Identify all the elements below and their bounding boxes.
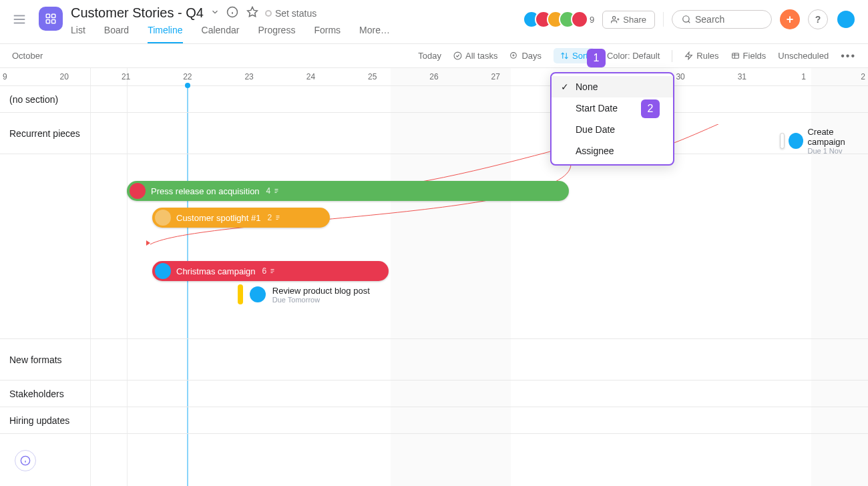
date-cell: 20 xyxy=(33,68,95,85)
more-icon[interactable]: ••• xyxy=(841,50,856,62)
avatar xyxy=(571,11,588,28)
sort-dropdown: ✓ None Start Date Due Date Assignee xyxy=(550,72,674,166)
date-cell-today: 22 xyxy=(157,68,218,85)
check-circle-icon xyxy=(453,51,462,60)
date-cell: 23 xyxy=(218,68,280,85)
tab-calendar[interactable]: Calendar xyxy=(202,25,240,43)
status-label: Set status xyxy=(275,8,316,19)
user-avatar[interactable] xyxy=(836,9,856,29)
section-hiring[interactable]: Hiring updates xyxy=(0,407,868,434)
svg-marker-10 xyxy=(247,7,257,16)
divider xyxy=(672,50,672,62)
avatar-count: 9 xyxy=(590,15,594,25)
svg-point-11 xyxy=(613,16,616,19)
svg-point-14 xyxy=(683,16,689,22)
task-title: Press release on acquisition xyxy=(151,186,260,196)
tab-forms[interactable]: Forms xyxy=(314,25,341,43)
sort-option-due-date[interactable]: Due Date xyxy=(552,119,673,140)
date-cell: 2 xyxy=(835,68,868,85)
section-tasks-area: Press release on acquisition 4 Customer … xyxy=(0,154,868,339)
tab-timeline[interactable]: Timeline xyxy=(148,25,182,43)
member-avatars[interactable]: 9 xyxy=(523,11,594,28)
date-cell: 26 xyxy=(403,68,465,85)
all-tasks-filter[interactable]: All tasks xyxy=(453,51,497,61)
date-cell: 9 xyxy=(0,68,33,85)
status-dot-icon xyxy=(265,10,272,17)
info-icon[interactable] xyxy=(226,6,238,21)
assignee-avatar xyxy=(155,210,171,226)
timeline: 9 20 21 22 23 24 25 26 27 28 29 30 31 1 … xyxy=(0,68,868,434)
section-recurrent[interactable]: Recurrent pieces xyxy=(0,113,868,154)
subtask-icon xyxy=(268,267,276,275)
svg-rect-3 xyxy=(46,14,49,17)
assignee-avatar xyxy=(155,263,171,279)
add-button[interactable]: + xyxy=(780,9,800,29)
task-title: Christmas campaign xyxy=(176,266,256,276)
app-header: Customer Stories - Q4 Set status List Bo… xyxy=(0,0,868,44)
date-cell: 21 xyxy=(95,68,156,85)
task-due: Due Tomorrow xyxy=(272,296,370,304)
assignee-avatar xyxy=(250,286,266,302)
fields-button[interactable]: Fields xyxy=(731,51,767,61)
subtask-icon xyxy=(272,187,280,195)
view-tabs: List Board Timeline Calendar Progress Fo… xyxy=(71,25,523,43)
task-pill xyxy=(238,284,243,304)
today-button[interactable]: Today xyxy=(418,51,441,61)
tab-more[interactable]: More… xyxy=(359,25,390,43)
chevron-down-icon[interactable] xyxy=(210,7,220,19)
project-title[interactable]: Customer Stories - Q4 xyxy=(71,5,204,21)
info-bubble[interactable] xyxy=(15,450,36,471)
lightning-icon xyxy=(684,51,693,60)
date-cell: 1 xyxy=(773,68,835,85)
svg-rect-6 xyxy=(52,20,55,23)
annotation-badge-2: 2 xyxy=(641,99,660,118)
annotation-badge-1: 1 xyxy=(587,49,606,67)
sort-option-assignee[interactable]: Assignee xyxy=(552,140,673,162)
task-press-release[interactable]: Press release on acquisition 4 xyxy=(127,181,569,201)
svg-marker-26 xyxy=(146,240,150,246)
status-button[interactable]: Set status xyxy=(265,8,316,19)
star-icon[interactable] xyxy=(246,6,258,21)
task-review-blog[interactable]: Review product blog post Due Tomorrow xyxy=(238,284,370,304)
fields-icon xyxy=(731,51,740,60)
menu-icon[interactable] xyxy=(12,12,27,29)
task-christmas-campaign[interactable]: Christmas campaign 6 xyxy=(152,261,389,281)
task-title: Customer spotlight #1 xyxy=(176,213,260,223)
divider xyxy=(663,12,664,27)
assignee-avatar xyxy=(130,183,146,199)
tab-board[interactable]: Board xyxy=(104,25,129,43)
share-button[interactable]: Share xyxy=(602,11,655,29)
svg-marker-22 xyxy=(686,52,692,59)
share-label: Share xyxy=(623,15,646,25)
date-cell: 25 xyxy=(342,68,403,85)
tab-progress[interactable]: Progress xyxy=(258,25,295,43)
svg-line-15 xyxy=(688,21,690,23)
section-none[interactable]: (no section) xyxy=(0,86,868,113)
task-title: Review product blog post xyxy=(272,286,370,296)
search-placeholder: Search xyxy=(695,14,724,25)
check-icon: ✓ xyxy=(561,81,569,92)
section-stakeholders[interactable]: Stakeholders xyxy=(0,381,868,407)
dependency-lines xyxy=(0,124,868,344)
section-new-formats[interactable]: New formats xyxy=(0,339,868,381)
zoom-days[interactable]: Days xyxy=(509,51,541,61)
help-button[interactable]: ? xyxy=(808,9,828,29)
project-icon[interactable] xyxy=(39,7,63,31)
zoom-icon xyxy=(509,51,518,60)
rules-button[interactable]: Rules xyxy=(684,51,718,61)
month-label: October xyxy=(12,51,43,61)
info-icon xyxy=(20,455,31,466)
svg-rect-4 xyxy=(52,14,55,17)
search-input[interactable]: Search xyxy=(672,10,772,29)
subtask-icon xyxy=(274,214,282,222)
task-customer-spotlight[interactable]: Customer spotlight #1 2 xyxy=(152,208,330,228)
tab-list[interactable]: List xyxy=(71,25,85,43)
date-cell: 27 xyxy=(465,68,526,85)
sort-option-none[interactable]: ✓ None xyxy=(552,76,673,97)
date-cell: 24 xyxy=(280,68,341,85)
search-icon xyxy=(682,15,691,24)
color-button[interactable]: Color: Default xyxy=(607,51,660,61)
sort-icon xyxy=(560,51,569,60)
svg-rect-23 xyxy=(732,53,738,59)
unscheduled-button[interactable]: Unscheduled xyxy=(778,51,829,61)
